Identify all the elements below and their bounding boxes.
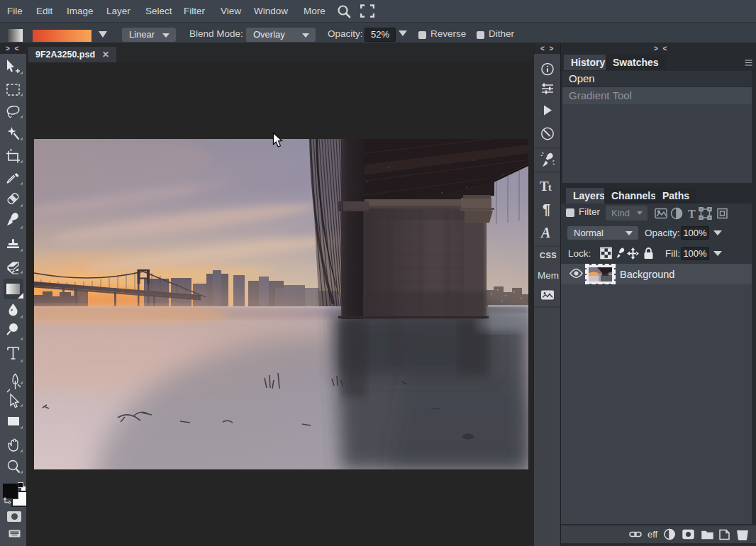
svg-text:T: T: [688, 208, 696, 220]
svg-text:CSS: CSS: [540, 251, 557, 260]
svg-text:eff: eff: [647, 529, 658, 540]
svg-text:Mem: Mem: [538, 270, 559, 281]
svg-text:t: t: [548, 182, 552, 193]
svg-text:A: A: [540, 225, 550, 240]
svg-text:¶: ¶: [543, 201, 550, 217]
